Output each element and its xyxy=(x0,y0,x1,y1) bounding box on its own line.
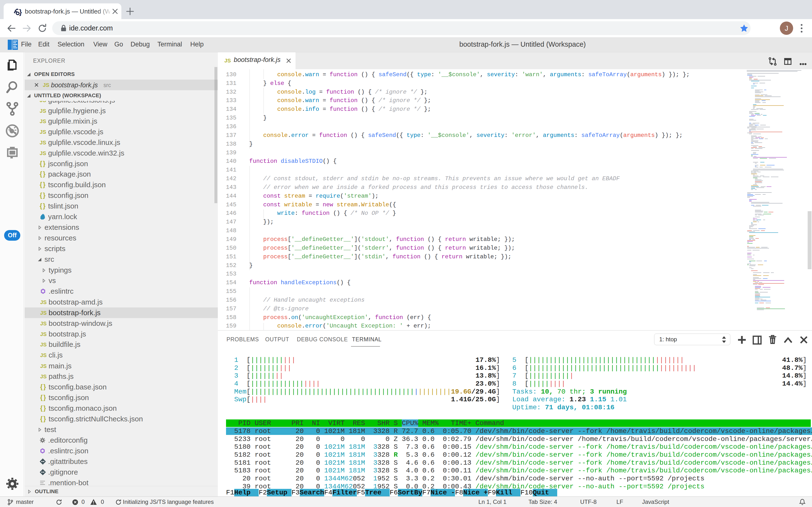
svg-text:}: } xyxy=(19,8,22,16)
